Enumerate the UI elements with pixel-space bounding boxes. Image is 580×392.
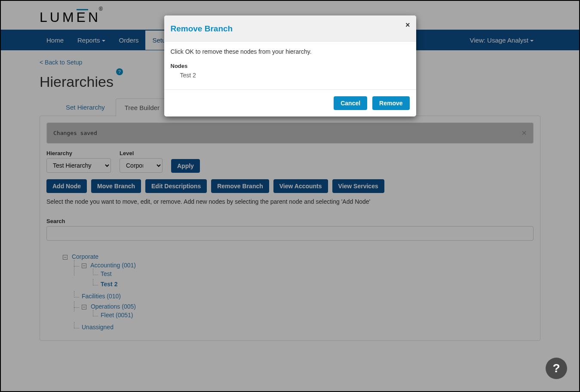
modal-title: Remove Branch (171, 24, 410, 34)
help-fab[interactable]: ? (546, 358, 567, 379)
modal-description: Click OK to remove these nodes from your… (171, 48, 410, 55)
close-icon[interactable]: × (405, 21, 410, 30)
modal-nodes-label: Nodes (171, 63, 410, 69)
remove-button[interactable]: Remove (372, 96, 409, 110)
modal-node-item: Test 2 (171, 72, 410, 79)
remove-branch-modal: × Remove Branch Click OK to remove these… (164, 15, 416, 116)
cancel-button[interactable]: Cancel (334, 96, 367, 110)
